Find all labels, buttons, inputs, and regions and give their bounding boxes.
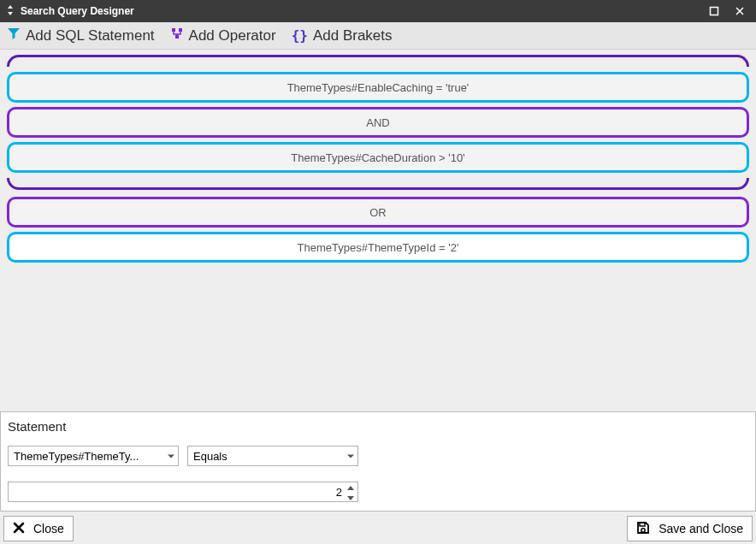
- add-brackets-label: Add Brakets: [313, 27, 393, 44]
- statement-editor: Statement ThemeTypes#ThemeTy... Equals 2: [0, 411, 756, 511]
- maximize-button[interactable]: [701, 0, 727, 22]
- save-button-label: Save and Close: [659, 522, 743, 535]
- sql-clause[interactable]: ThemeTypes#EnableCaching = 'true': [7, 72, 749, 103]
- add-brackets-button[interactable]: {} Add Brakets: [292, 27, 393, 44]
- add-sql-label: Add SQL Statement: [26, 27, 155, 44]
- sql-clause[interactable]: ThemeTypes#CacheDuration > '10': [7, 142, 749, 173]
- save-icon: [636, 521, 650, 537]
- footer-bar: Close Save and Close: [0, 513, 756, 544]
- operator-combobox-value: Equals: [193, 450, 227, 463]
- svg-rect-4: [640, 523, 645, 526]
- svg-rect-0: [711, 8, 718, 15]
- add-operator-label: Add Operator: [189, 27, 276, 44]
- title-bar: Search Query Designer: [0, 0, 756, 22]
- filter-icon: [7, 27, 21, 44]
- sql-clause-selected[interactable]: ThemeTypes#ThemeTypeId = '2': [7, 232, 749, 263]
- add-sql-statement-button[interactable]: Add SQL Statement: [7, 27, 155, 44]
- operator-clause[interactable]: AND: [7, 107, 749, 138]
- chevron-down-icon: [168, 450, 174, 463]
- field-combobox[interactable]: ThemeTypes#ThemeTy...: [8, 446, 179, 466]
- svg-rect-1: [172, 28, 175, 32]
- field-combobox-value: ThemeTypes#ThemeTy...: [14, 450, 139, 463]
- close-icon: [13, 522, 25, 536]
- query-designer: ThemeTypes#EnableCaching = 'true' AND Th…: [0, 50, 756, 412]
- operator-clause[interactable]: OR: [7, 197, 749, 228]
- statement-header: Statement: [8, 419, 748, 434]
- window-title: Search Query Designer: [21, 5, 134, 17]
- bracket-close[interactable]: [7, 178, 749, 190]
- stepper-down-icon[interactable]: [346, 494, 356, 502]
- toolbar: Add SQL Statement Add Operator {} Add Br…: [0, 22, 756, 50]
- operator-icon: [170, 27, 184, 44]
- close-window-button[interactable]: [727, 0, 753, 22]
- chevron-down-icon: [347, 450, 354, 463]
- brackets-icon: {}: [292, 27, 308, 44]
- svg-point-5: [641, 528, 645, 531]
- value-numeric-input[interactable]: 2: [8, 482, 358, 502]
- svg-rect-2: [179, 28, 182, 32]
- save-and-close-button[interactable]: Save and Close: [627, 516, 753, 541]
- bracket-open[interactable]: [7, 55, 749, 67]
- close-button-label: Close: [33, 522, 64, 535]
- svg-rect-3: [175, 35, 179, 38]
- resize-grip-icon: [5, 3, 15, 19]
- stepper-up-icon[interactable]: [346, 483, 356, 492]
- value-display: 2: [14, 486, 342, 499]
- close-button[interactable]: Close: [3, 516, 74, 541]
- operator-combobox[interactable]: Equals: [187, 446, 358, 466]
- add-operator-button[interactable]: Add Operator: [170, 27, 276, 44]
